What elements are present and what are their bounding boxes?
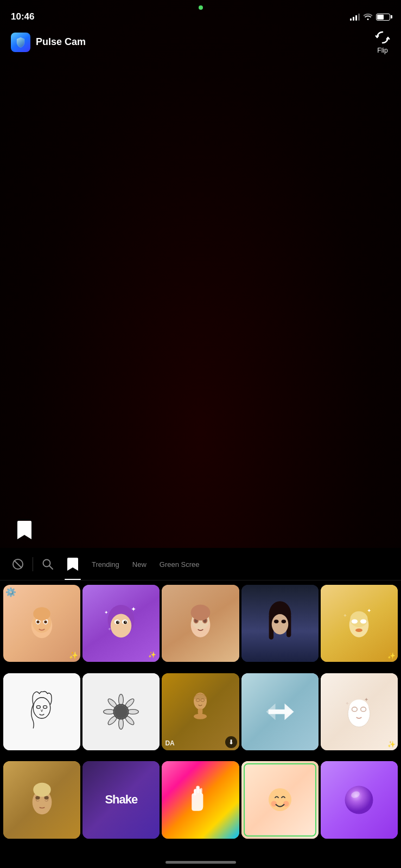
filter-grid: ⚙️ ✨ ✦ ✦ ✧: [0, 580, 401, 852]
svg-point-8: [36, 621, 39, 623]
svg-point-17: [118, 622, 119, 623]
saved-bookmark-button[interactable]: [16, 520, 33, 542]
filter-item-13[interactable]: [162, 761, 239, 838]
filter-item-10[interactable]: ✦ ✧ ✨: [321, 673, 398, 750]
search-icon: [42, 558, 54, 570]
face-svg-2: ✦ ✦ ✧: [102, 602, 140, 645]
tab-bar: Trending New Green Scree: [0, 548, 401, 580]
svg-point-12: [111, 614, 132, 638]
svg-rect-71: [197, 787, 199, 793]
tab-green-screen[interactable]: Green Scree: [153, 548, 206, 580]
tab-trending[interactable]: Trending: [85, 548, 126, 580]
status-time: 10:46: [11, 11, 34, 22]
face-svg-11: [24, 780, 60, 820]
svg-point-18: [125, 622, 126, 623]
svg-point-76: [345, 786, 373, 814]
bottom-panel: Trending New Green Scree: [0, 548, 401, 868]
app-title: Pulse Cam: [36, 36, 86, 48]
svg-point-10: [33, 607, 50, 621]
face-svg-4: [262, 599, 298, 648]
svg-point-32: [271, 614, 288, 634]
svg-line-1: [14, 560, 22, 568]
sparkle-icon-1: ✨: [69, 651, 78, 660]
status-bar: 10:46: [0, 0, 401, 27]
gear-icon-1: ⚙️: [5, 587, 16, 597]
filter-item-7[interactable]: [82, 673, 160, 750]
svg-point-47: [104, 709, 115, 714]
tab-no-filter[interactable]: [5, 548, 30, 580]
status-icons: [350, 12, 390, 22]
tab-saved[interactable]: [60, 548, 85, 580]
tab-search[interactable]: [35, 548, 60, 580]
svg-point-46: [119, 718, 124, 729]
filter-item-11[interactable]: [3, 761, 80, 838]
download-icon-8: ⬇: [225, 736, 237, 748]
no-filter-icon: [12, 558, 24, 570]
svg-point-44: [43, 705, 47, 708]
sunflower-svg-7: [102, 693, 140, 731]
signal-bar-1: [350, 18, 352, 21]
svg-point-69: [33, 783, 51, 797]
svg-text:✦: ✦: [365, 697, 369, 703]
svg-rect-58: [198, 709, 203, 714]
filter-item-3[interactable]: [162, 585, 239, 662]
svg-rect-72: [200, 788, 202, 794]
saved-icon: [67, 557, 79, 571]
svg-point-28: [191, 604, 211, 620]
flip-icon: [375, 30, 390, 45]
tab-new[interactable]: New: [126, 548, 153, 580]
svg-point-67: [35, 796, 40, 800]
filter-item-15[interactable]: [321, 761, 398, 838]
svg-point-53: [113, 704, 129, 719]
battery-icon: [376, 14, 390, 21]
tab-divider-1: [33, 557, 33, 571]
signal-bar-3: [355, 15, 357, 21]
svg-point-59: [194, 713, 207, 719]
svg-text:✧: ✧: [108, 627, 111, 631]
svg-point-36: [351, 611, 368, 627]
svg-text:✧: ✧: [343, 613, 347, 618]
face-svg-3: [183, 603, 218, 644]
home-indicator: [166, 861, 236, 864]
svg-text:✦: ✦: [367, 608, 372, 614]
face-svg-1: [23, 604, 61, 642]
svg-point-39: [355, 628, 362, 632]
signal-bars: [350, 13, 360, 21]
statue-svg-8: [184, 690, 217, 733]
svg-point-37: [352, 619, 358, 623]
face-svg-10: ✦ ✧: [341, 691, 377, 732]
svg-point-33: [274, 620, 279, 623]
svg-point-16: [124, 621, 127, 624]
flip-button[interactable]: Flip: [375, 30, 390, 54]
signal-bar-4: [358, 14, 360, 21]
sketch-svg-6: [23, 688, 61, 736]
svg-point-45: [119, 694, 124, 705]
hands-svg-13: [183, 782, 218, 818]
svg-point-48: [128, 709, 139, 714]
flip-label: Flip: [377, 47, 387, 54]
filter-item-8[interactable]: DA ⬇: [162, 673, 239, 750]
svg-text:✦: ✦: [105, 610, 109, 615]
filter-label-8: DA: [165, 739, 174, 747]
filter-item-12[interactable]: Shake: [82, 761, 160, 838]
filter-item-1[interactable]: ⚙️ ✨: [3, 585, 80, 662]
top-controls: Pulse Cam Flip: [0, 30, 401, 54]
face-svg-5: ✦ ✧: [341, 603, 377, 644]
green-dot: [199, 5, 203, 10]
filter-item-14[interactable]: [241, 761, 319, 838]
orb-svg-15: [341, 782, 377, 818]
sparkle-icon-5: ✨: [387, 652, 396, 660]
svg-rect-70: [194, 789, 196, 795]
signal-bar-2: [353, 17, 354, 21]
battery-fill: [377, 15, 384, 20]
bookmark-icon: [16, 520, 33, 540]
filter-item-2[interactable]: ✦ ✦ ✧ ✨: [82, 585, 160, 662]
wifi-icon: [363, 12, 373, 22]
sparkle-icon-2: ✨: [148, 651, 156, 659]
filter-item-9[interactable]: [241, 673, 319, 750]
filter-item-4[interactable]: [241, 585, 319, 662]
svg-point-38: [360, 619, 366, 623]
filter-item-6[interactable]: [3, 673, 80, 750]
filter-item-5[interactable]: ✦ ✧ ✨: [321, 585, 398, 662]
sparkle-icon-10: ✨: [387, 741, 396, 748]
